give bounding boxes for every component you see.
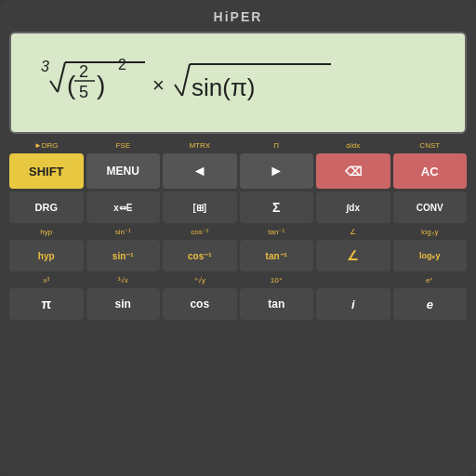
- integral-button[interactable]: ∫dx: [316, 192, 390, 223]
- svg-text:2: 2: [118, 57, 126, 73]
- svg-text:sin(π): sin(π): [192, 73, 256, 101]
- hyp-button[interactable]: hyp: [9, 240, 84, 271]
- row2-buttons: DRG x⇔E [⊞] Σ ∫dx CONV: [9, 192, 467, 223]
- tan-button[interactable]: tan: [240, 288, 314, 320]
- label-pi: Π: [240, 139, 314, 151]
- svg-text:): ): [97, 71, 105, 99]
- angle-button[interactable]: ∠: [316, 240, 390, 271]
- label-hyp: hyp: [9, 226, 84, 237]
- logxy-button[interactable]: logₓy: [393, 240, 468, 271]
- left-nav-button[interactable]: ◄: [163, 153, 237, 189]
- label-drg: ►DRG: [9, 139, 84, 151]
- row1-buttons: SHIFT MENU ◄ ► ⌫ AC: [9, 153, 467, 189]
- menu-button[interactable]: MENU: [86, 153, 161, 189]
- label-xrty: ˣ√y: [163, 274, 237, 285]
- svg-text:2: 2: [79, 62, 88, 81]
- svg-line-1: [50, 81, 58, 92]
- euler-button[interactable]: e: [393, 288, 468, 320]
- arccos-button[interactable]: cos⁻¹: [163, 240, 237, 271]
- matrix-button[interactable]: [⊞]: [163, 192, 237, 223]
- svg-line-12: [182, 64, 190, 96]
- svg-text:(: (: [67, 71, 76, 99]
- pi-button[interactable]: π: [9, 288, 84, 320]
- buttons-area: ►DRG FSE MTRX Π d/dx CNST SHIFT MENU ◄ ►…: [9, 139, 467, 320]
- right-nav-button[interactable]: ►: [240, 153, 314, 189]
- label-arctan: tan⁻¹: [240, 226, 314, 237]
- arctan-button[interactable]: tan⁻¹: [240, 240, 314, 271]
- row4-buttons: π sin cos tan i e: [9, 288, 467, 320]
- svg-text:×: ×: [152, 73, 165, 97]
- display: 3 ( 2 5 ) 2 ×: [9, 32, 467, 134]
- xee-button[interactable]: x⇔E: [86, 192, 161, 223]
- backspace-button[interactable]: ⌫: [316, 153, 390, 189]
- label-angle: ∠: [316, 226, 390, 237]
- row4-sublabels: x³ ³√x ˣ√y 10ˣ eˣ: [9, 274, 467, 285]
- svg-text:5: 5: [79, 83, 88, 101]
- svg-text:3: 3: [41, 59, 49, 74]
- label-x3: x³: [9, 274, 84, 285]
- label-ddx: d/dx: [316, 139, 390, 151]
- label-10x: 10ˣ: [240, 274, 314, 285]
- ac-button[interactable]: AC: [393, 153, 468, 189]
- conv-button[interactable]: CONV: [393, 192, 468, 223]
- label-empty: [316, 274, 390, 285]
- sin-button[interactable]: sin: [86, 288, 161, 320]
- expression-display: 3 ( 2 5 ) 2 ×: [24, 46, 452, 120]
- label-fse: FSE: [86, 139, 161, 151]
- arcsin-button[interactable]: sin⁻¹: [86, 240, 161, 271]
- label-cbrt: ³√x: [86, 274, 161, 285]
- label-cnst: CNST: [393, 139, 468, 151]
- svg-line-2: [58, 62, 65, 92]
- calculator: HiPER 3 ( 2 5 ) 2: [0, 0, 476, 476]
- label-arccos: cos⁻¹: [163, 226, 237, 237]
- imaginary-button[interactable]: i: [316, 288, 390, 320]
- label-ex: eˣ: [393, 274, 468, 285]
- sigma-button[interactable]: Σ: [240, 192, 314, 223]
- cos-button[interactable]: cos: [163, 288, 237, 320]
- label-arcsin: sin⁻¹: [86, 226, 161, 237]
- drg-button[interactable]: DRG: [9, 192, 84, 223]
- label-mtrx: MTRX: [163, 139, 237, 151]
- row1-sublabels: ►DRG FSE MTRX Π d/dx CNST: [9, 139, 467, 151]
- label-logxy: logₓy: [393, 226, 468, 237]
- shift-button[interactable]: SHIFT: [9, 153, 84, 189]
- app-title: HiPER: [214, 9, 263, 24]
- row3-buttons: hyp sin⁻¹ cos⁻¹ tan⁻¹ ∠ logₓy: [9, 240, 467, 271]
- row3-sublabels: hyp sin⁻¹ cos⁻¹ tan⁻¹ ∠ logₓy: [9, 226, 467, 237]
- svg-line-11: [175, 85, 182, 96]
